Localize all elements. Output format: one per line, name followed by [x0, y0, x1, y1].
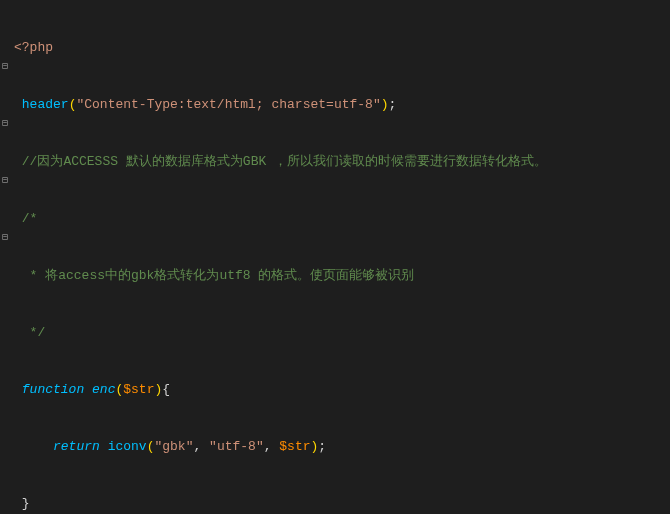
code-line[interactable]: * 将access中的gbk格式转化为utf8 的格式。使页面能够被识别 — [14, 266, 670, 285]
fold-marker[interactable]: ⊟ — [0, 228, 10, 247]
fold-marker — [0, 380, 10, 399]
fold-marker — [0, 76, 10, 95]
fold-marker — [0, 323, 10, 342]
keyword: return — [53, 437, 100, 456]
indent — [14, 494, 22, 513]
paren: ) — [381, 95, 389, 114]
fold-marker[interactable]: ⊟ — [0, 114, 10, 133]
space — [100, 437, 108, 456]
comment: /* — [22, 209, 38, 228]
code-area[interactable]: <?php header("Content-Type:text/html; ch… — [10, 0, 670, 514]
fold-marker[interactable]: ⊟ — [0, 171, 10, 190]
fold-marker — [0, 266, 10, 285]
indent — [14, 266, 30, 285]
comma: , — [264, 437, 280, 456]
variable: $str — [279, 437, 310, 456]
semicolon: ; — [318, 437, 326, 456]
semicolon: ; — [389, 95, 397, 114]
fold-gutter: ⊟ ⊟ ⊟ ⊟ — [0, 0, 10, 514]
fold-marker — [0, 190, 10, 209]
fold-marker — [0, 38, 10, 57]
indent — [14, 437, 53, 456]
paren: ) — [154, 380, 162, 399]
comment: */ — [30, 323, 46, 342]
code-line[interactable]: header("Content-Type:text/html; charset=… — [14, 95, 670, 114]
code-line[interactable]: function enc($str){ — [14, 380, 670, 399]
code-line[interactable]: <?php — [14, 38, 670, 57]
fold-marker — [0, 494, 10, 513]
fold-marker[interactable]: ⊟ — [0, 57, 10, 76]
indent — [14, 152, 22, 171]
fold-marker — [0, 475, 10, 494]
fold-marker — [0, 437, 10, 456]
fold-marker — [0, 0, 10, 19]
indent — [14, 380, 22, 399]
fold-marker — [0, 304, 10, 323]
function-call: header — [22, 95, 69, 114]
fold-marker — [0, 19, 10, 38]
fold-marker — [0, 95, 10, 114]
paren: ) — [311, 437, 319, 456]
fold-marker — [0, 133, 10, 152]
string-literal: "Content-Type:text/html; charset=utf-8" — [76, 95, 380, 114]
fold-marker — [0, 285, 10, 304]
brace: { — [162, 380, 170, 399]
paren: ( — [147, 437, 155, 456]
indent — [14, 323, 30, 342]
fold-marker — [0, 456, 10, 475]
function-name: enc — [84, 380, 115, 399]
string-literal: "gbk" — [154, 437, 193, 456]
fold-marker — [0, 247, 10, 266]
php-open-tag: <?php — [14, 38, 53, 57]
comment: * 将access中的gbk格式转化为utf8 的格式。使页面能够被识别 — [30, 266, 415, 285]
code-line[interactable]: } — [14, 494, 670, 513]
code-line[interactable]: */ — [14, 323, 670, 342]
fold-marker — [0, 399, 10, 418]
code-line[interactable]: /* — [14, 209, 670, 228]
variable: $str — [123, 380, 154, 399]
code-line[interactable]: //因为ACCESSS 默认的数据库格式为GBK ，所以我们读取的时候需要进行数… — [14, 152, 670, 171]
indent — [14, 95, 22, 114]
code-editor[interactable]: ⊟ ⊟ ⊟ ⊟ <?php header("Content-Type:text/… — [0, 0, 670, 514]
fold-marker — [0, 209, 10, 228]
indent — [14, 209, 22, 228]
paren: ( — [115, 380, 123, 399]
fold-marker — [0, 418, 10, 437]
comment: //因为ACCESSS 默认的数据库格式为GBK ，所以我们读取的时候需要进行数… — [22, 152, 547, 171]
fold-marker — [0, 342, 10, 361]
keyword: function — [22, 380, 84, 399]
comma: , — [193, 437, 209, 456]
fold-marker — [0, 361, 10, 380]
function-call: iconv — [108, 437, 147, 456]
paren: ( — [69, 95, 77, 114]
fold-marker — [0, 152, 10, 171]
brace: } — [22, 494, 30, 513]
string-literal: "utf-8" — [209, 437, 264, 456]
code-line[interactable]: return iconv("gbk", "utf-8", $str); — [14, 437, 670, 456]
